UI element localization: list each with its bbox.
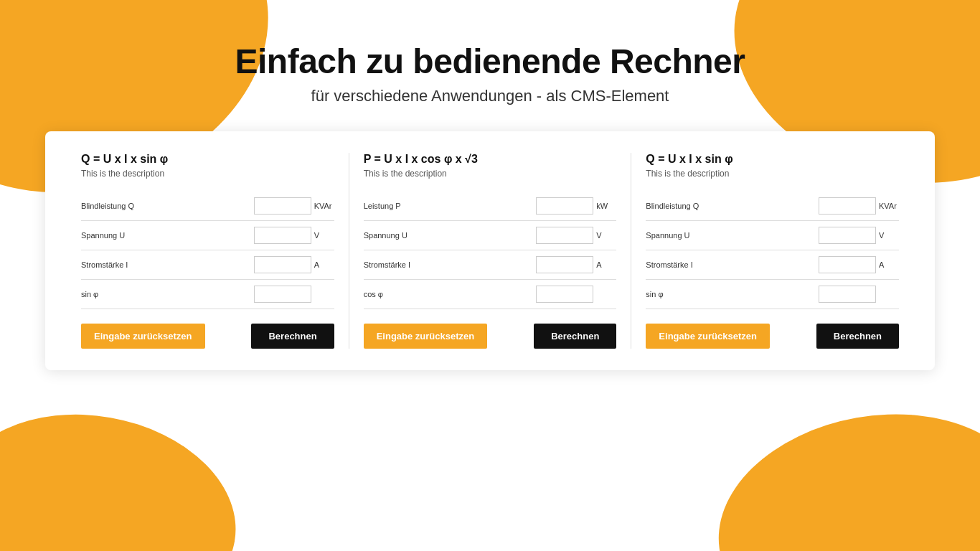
calc2-unit-2: A [596, 260, 616, 269]
calc3-label-1: Spannung U [646, 231, 819, 240]
calc3-label-3: sin φ [646, 290, 819, 298]
calc1-reset-button[interactable]: Eingabe zurücksetzen [81, 324, 205, 349]
calc1-label-0: Blindleistung Q [81, 202, 254, 210]
calc1-calculate-button[interactable]: Berechnen [251, 324, 334, 349]
calc3-field-2: Stromstärke I A [646, 250, 899, 280]
calc2-unit-0: kW [596, 202, 616, 210]
calc2-input-wrap-3 [536, 286, 616, 303]
calc1-input-3[interactable] [254, 286, 311, 303]
calc3-description: This is the description [646, 169, 899, 179]
calc1-input-wrap-3 [254, 286, 334, 303]
calc2-buttons: Eingabe zurücksetzen Berechnen [364, 324, 617, 349]
calc2-calculate-button[interactable]: Berechnen [534, 324, 616, 349]
calc2-label-1: Spannung U [364, 231, 537, 240]
calc3-input-wrap-0: KVAr [819, 197, 899, 215]
calc1-input-wrap-0: KVAr [254, 197, 334, 215]
calc2-formula: P = U x I x cos φ x √3 [364, 153, 617, 166]
calc3-input-1[interactable] [819, 227, 876, 244]
calc1-field-1: Spannung U V [81, 221, 334, 250]
calc1-label-1: Spannung U [81, 231, 254, 240]
calc3-calculate-button[interactable]: Berechnen [816, 324, 899, 349]
calc2-field-2: Stromstärke I A [364, 250, 617, 280]
calculator-2: P = U x I x cos φ x √3 This is the descr… [349, 153, 632, 349]
calc1-unit-1: V [314, 231, 334, 240]
calc2-input-2[interactable] [536, 256, 593, 273]
calc2-input-3[interactable] [536, 286, 593, 303]
calc3-input-2[interactable] [819, 256, 876, 273]
calc3-field-3: sin φ [646, 280, 899, 309]
calc3-input-wrap-1: V [819, 227, 899, 244]
calc1-field-0: Blindleistung Q KVAr [81, 192, 334, 221]
calc2-field-1: Spannung U V [364, 221, 617, 250]
calc3-input-0[interactable] [819, 197, 876, 215]
calc3-reset-button[interactable]: Eingabe zurücksetzen [646, 324, 770, 349]
calc2-label-3: cos φ [364, 290, 537, 298]
content-area: Einfach zu bedienende Rechner für versch… [0, 0, 980, 370]
calc1-unit-0: KVAr [314, 202, 334, 210]
calc2-field-3: cos φ [364, 280, 617, 309]
calc2-input-1[interactable] [536, 227, 593, 244]
calc1-input-wrap-1: V [254, 227, 334, 244]
calc2-unit-1: V [596, 231, 616, 240]
calc3-buttons: Eingabe zurücksetzen Berechnen [646, 324, 899, 349]
calc3-field-1: Spannung U V [646, 221, 899, 250]
calc3-label-2: Stromstärke I [646, 260, 819, 269]
calculators-card: Q = U x I x sin φ This is the descriptio… [45, 131, 935, 370]
page-title: Einfach zu bedienende Rechner [235, 43, 745, 81]
calc3-formula: Q = U x I x sin φ [646, 153, 899, 166]
calc2-input-wrap-2: A [536, 256, 616, 273]
calc1-formula: Q = U x I x sin φ [81, 153, 334, 166]
calc3-label-0: Blindleistung Q [646, 202, 819, 210]
calc3-unit-0: KVAr [879, 202, 899, 210]
calc2-description: This is the description [364, 169, 617, 179]
calc1-input-0[interactable] [254, 197, 311, 215]
calc1-input-1[interactable] [254, 227, 311, 244]
calc1-field-2: Stromstärke I A [81, 250, 334, 280]
calc1-label-2: Stromstärke I [81, 260, 254, 269]
calculator-1: Q = U x I x sin φ This is the descriptio… [67, 153, 349, 349]
calc1-input-2[interactable] [254, 256, 311, 273]
calc3-field-0: Blindleistung Q KVAr [646, 192, 899, 221]
calc2-input-wrap-0: kW [536, 197, 616, 215]
calc2-label-2: Stromstärke I [364, 260, 537, 269]
calc2-input-0[interactable] [536, 197, 593, 215]
calc3-input-3[interactable] [819, 286, 876, 303]
calculator-3: Q = U x I x sin φ This is the descriptio… [631, 153, 913, 349]
calc3-input-wrap-2: A [819, 256, 899, 273]
calc2-input-wrap-1: V [536, 227, 616, 244]
calc1-unit-2: A [314, 260, 334, 269]
calc1-field-3: sin φ [81, 280, 334, 309]
calc2-field-0: Leistung P kW [364, 192, 617, 221]
calc2-reset-button[interactable]: Eingabe zurücksetzen [364, 324, 488, 349]
page-wrapper: Einfach zu bedienende Rechner für versch… [0, 0, 980, 551]
calc3-unit-1: V [879, 231, 899, 240]
page-subtitle: für verschiedene Anwendungen - als CMS-E… [311, 87, 669, 105]
calc3-unit-2: A [879, 260, 899, 269]
calc1-description: This is the description [81, 169, 334, 179]
calc3-input-wrap-3 [819, 286, 899, 303]
calc1-buttons: Eingabe zurücksetzen Berechnen [81, 324, 334, 349]
calc1-label-3: sin φ [81, 290, 254, 298]
calc2-label-0: Leistung P [364, 202, 537, 210]
calc1-input-wrap-2: A [254, 256, 334, 273]
